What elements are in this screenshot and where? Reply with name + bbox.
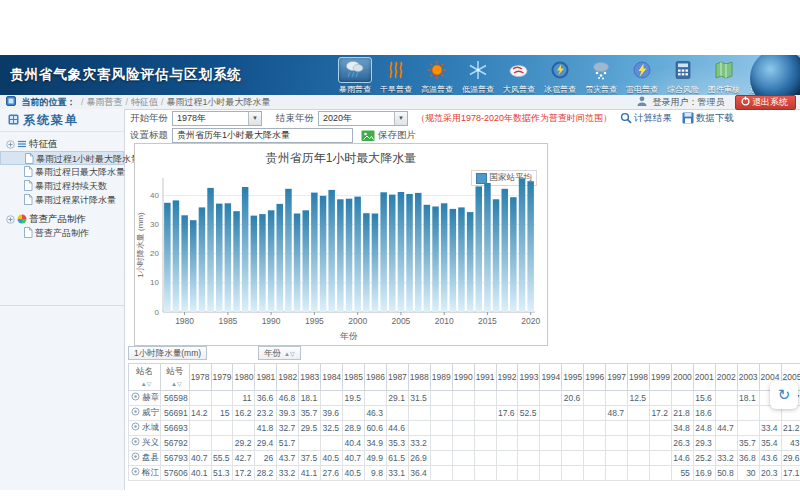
sort-icon[interactable]: ▲▽ (171, 381, 182, 387)
sidebar-group[interactable]: 特征值 (0, 136, 124, 151)
value-cell: 15 (211, 406, 233, 421)
col-year[interactable]: 1984 (321, 364, 343, 391)
value-cell: 39.6 (321, 406, 343, 421)
save-image-button[interactable]: 保存图片 (361, 129, 416, 142)
table-row[interactable]: 威宁5669114.21516.223.239.335.739.646.317.… (129, 406, 800, 421)
nav-item-risk[interactable]: 综合风险 (664, 57, 702, 95)
col-year[interactable]: 2000 (671, 364, 693, 391)
bar (337, 199, 344, 312)
sort-icon[interactable]: ▲▽ (284, 351, 295, 357)
col-year[interactable]: 1999 (650, 364, 672, 391)
col-year[interactable]: 1995 (562, 364, 584, 391)
data-download-button[interactable]: 数据下载 (682, 112, 734, 125)
value-cell (540, 421, 562, 436)
col-year[interactable]: 1986 (365, 364, 387, 391)
col-year[interactable]: 1992 (496, 364, 518, 391)
col-station-id[interactable]: 站号▲▽ (161, 364, 190, 391)
col-year[interactable]: 2003 (737, 364, 759, 391)
radio-icon[interactable] (131, 467, 140, 476)
breadcrumb-item[interactable]: 暴雨过程1小时最大降水量 (167, 97, 271, 107)
svg-text:10: 10 (150, 278, 159, 287)
table-row[interactable]: 盘县5679340.755.542.72643.737.540.540.749.… (129, 451, 800, 466)
nav-item-cold[interactable]: 低温普查 (459, 57, 497, 95)
expand-icon[interactable] (6, 138, 17, 149)
table-row[interactable]: 水城5669341.832.729.532.528.960.644.634.82… (129, 421, 800, 436)
nav-label: 雷电普查 (623, 84, 661, 95)
col-year[interactable]: 1994 (540, 364, 562, 391)
nav-item-hail[interactable]: 冰雹普查 (541, 57, 579, 95)
nav-item-lightning[interactable]: 雷电普查 (623, 57, 661, 95)
table-row[interactable]: 兴义5679229.229.451.740.434.935.333.226.32… (129, 436, 800, 451)
value-cell (452, 436, 474, 451)
col-year[interactable]: 1989 (430, 364, 452, 391)
nav-item-rainstorm[interactable]: 暴雨普查 (336, 57, 374, 95)
logout-button[interactable]: 退出系统 (735, 95, 796, 110)
svg-text:40: 40 (150, 191, 159, 200)
breadcrumb-item[interactable]: 特征值 (131, 97, 158, 107)
chart-title-input[interactable]: 贵州省历年1小时最大降水量 (172, 128, 353, 143)
radio-icon[interactable] (131, 422, 140, 431)
document-icon (24, 167, 35, 177)
value-cell: 51.7 (277, 436, 299, 451)
col-year[interactable]: 1983 (299, 364, 321, 391)
sidebar-item[interactable]: 暴雨过程持续天数 (0, 179, 124, 193)
sidebar-item-label: 普查产品制作 (35, 228, 89, 238)
col-year[interactable]: 1979 (211, 364, 233, 391)
nav-item-drought[interactable]: 干旱普查 (377, 57, 415, 95)
nav-item-heat[interactable]: 高温普查 (418, 57, 456, 95)
bar (303, 210, 310, 312)
value-cell (518, 421, 540, 436)
table-row[interactable]: 榕江5760640.151.317.228.233.241.127.640.59… (129, 466, 800, 481)
col-year[interactable]: 2001 (693, 364, 715, 391)
bar (372, 214, 379, 313)
col-year[interactable]: 2002 (715, 364, 737, 391)
start-year-select[interactable]: 1978年▼ (172, 111, 262, 126)
expand-icon[interactable] (6, 213, 17, 224)
floating-refresh-widget[interactable]: ↻ (770, 381, 798, 409)
end-year-select[interactable]: 2020年▼ (318, 111, 408, 126)
sidebar-group[interactable]: 普查产品制作 (0, 211, 124, 226)
end-year-label: 结束年份 (276, 112, 314, 125)
calc-result-button[interactable]: 计算结果 (620, 112, 672, 125)
col-year[interactable]: 1980 (233, 364, 255, 391)
col-year[interactable]: 1993 (518, 364, 540, 391)
col-year[interactable]: 1990 (452, 364, 474, 391)
radio-icon[interactable] (131, 452, 140, 461)
sidebar-item[interactable]: 暴雨过程日最大降水量 (0, 165, 124, 179)
radio-icon[interactable] (131, 407, 140, 416)
sidebar-item[interactable]: 暴雨过程1小时最大降水量 (0, 151, 124, 165)
value-cell: 9.8 (365, 466, 387, 481)
nav-item-wind[interactable]: 大风普查 (500, 57, 538, 95)
radio-icon[interactable] (131, 392, 140, 401)
bar (450, 209, 457, 312)
table-row[interactable]: 赫章565981136.646.818.119.529.131.520.612.… (129, 391, 800, 406)
col-year[interactable]: 1996 (584, 364, 606, 391)
col-year[interactable]: 1981 (255, 364, 277, 391)
nav-label: 低温普查 (459, 84, 497, 95)
col-year[interactable]: 1982 (277, 364, 299, 391)
pivot-column-field[interactable]: 年份▲▽ (258, 346, 301, 360)
nav-item-snow[interactable]: 雪灾普查 (582, 57, 620, 95)
range-hint: （规范采用1978-2020年数据作为普查时间范围） (416, 112, 612, 125)
col-year[interactable]: 1988 (408, 364, 430, 391)
sidebar-item[interactable]: 暴雨过程累计降水量 (0, 193, 124, 207)
value-cell (650, 436, 672, 451)
pivot-data-field[interactable]: 1小时降水量(mm) (128, 346, 207, 360)
rainstorm-icon (338, 57, 372, 83)
svg-text:2010: 2010 (435, 316, 454, 326)
value-cell: 50.8 (715, 466, 737, 481)
col-year[interactable]: 1998 (628, 364, 650, 391)
col-year[interactable]: 1985 (343, 364, 365, 391)
col-year[interactable]: 1987 (386, 364, 408, 391)
sort-icon[interactable]: ▲▽ (141, 381, 152, 387)
value-cell (189, 421, 211, 436)
radio-icon[interactable] (131, 437, 140, 446)
breadcrumb-item[interactable]: 暴雨普查 (87, 97, 123, 107)
col-year[interactable]: 1997 (606, 364, 628, 391)
col-year[interactable]: 1991 (474, 364, 496, 391)
nav-item-map-audit[interactable]: 图件审核 (705, 57, 743, 95)
col-station-name[interactable]: 站名▲▽ (129, 364, 161, 391)
sidebar-item[interactable]: 普查产品制作 (0, 226, 124, 240)
value-cell (430, 406, 452, 421)
col-year[interactable]: 1978 (189, 364, 211, 391)
